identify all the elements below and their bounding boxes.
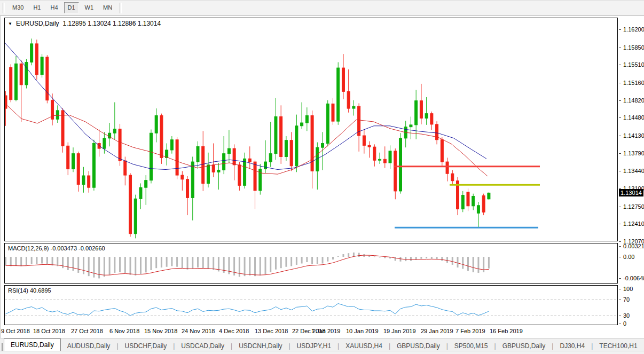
price-axis[interactable]: 1.13014 1.162001.158501.155101.151601.14… xyxy=(619,16,644,338)
rsi-axis-label-tick xyxy=(619,316,621,316)
price-axis-label: 1.14130 xyxy=(623,132,644,139)
rsi-canvas[interactable] xyxy=(5,286,616,324)
tab-sp500-m15[interactable]: SP500,M15 xyxy=(448,340,494,351)
price-axis-label-tick xyxy=(619,171,621,171)
rsi-axis-label: 100 xyxy=(623,286,633,292)
tab-usdchf-daily[interactable]: USDCHF,Daily xyxy=(119,340,174,351)
price-axis-label: 1.15850 xyxy=(623,44,644,51)
date-axis-label: 9 Oct 2018 xyxy=(1,328,30,334)
macd-axis-label-tick xyxy=(619,278,621,279)
price-axis-label-tick xyxy=(619,29,621,30)
date-axis-label: 29 Jan 2019 xyxy=(421,328,453,334)
tab-audusd-daily[interactable]: AUDUSD,Daily xyxy=(61,340,117,351)
date-axis-label: 24 Nov 2018 xyxy=(182,328,215,334)
price-axis-label: 1.14820 xyxy=(623,97,644,104)
price-axis-label-tick xyxy=(619,207,621,207)
tab-usdcnh-daily[interactable]: USDCNH,Daily xyxy=(232,340,288,351)
price-axis-label: 1.15160 xyxy=(623,80,644,86)
price-axis-label: 1.12750 xyxy=(623,203,644,210)
macd-axis-label: -0.006485 xyxy=(623,275,644,281)
tab-gbpusd-daily[interactable]: GBPUSD,Daily xyxy=(390,340,446,351)
tab-gbpusd-daily[interactable]: GBPUSD,Daily xyxy=(496,340,552,351)
tf-button-MN[interactable]: MN xyxy=(99,2,116,13)
main-chart-canvas[interactable] xyxy=(5,18,616,240)
rsi-axis-label: 30 xyxy=(623,312,630,319)
price-axis-label: 1.13100 xyxy=(623,185,644,192)
date-axis-label: 18 Oct 2018 xyxy=(33,328,65,334)
macd-axis-label: 0.003216 xyxy=(623,243,644,249)
toolbar-groove xyxy=(3,3,5,13)
price-axis-label: 1.12410 xyxy=(623,221,644,227)
chart-ohlc-values: 1.12895 1.13024 1.12886 1.13014 xyxy=(63,20,161,27)
tab-xauusd-h4[interactable]: XAUUSD,H4 xyxy=(339,340,389,351)
date-axis[interactable]: 9 Oct 201818 Oct 201827 Oct 20186 Nov 20… xyxy=(0,326,618,337)
rsi-axis-label-tick xyxy=(619,324,621,324)
price-axis-label-tick xyxy=(619,188,621,189)
date-axis-label: 27 Oct 2018 xyxy=(71,328,103,334)
date-axis-label: 4 Dec 2018 xyxy=(219,328,249,334)
date-axis-label: 16 Feb 2019 xyxy=(490,328,523,334)
price-axis-label-tick xyxy=(619,83,621,83)
macd-axis-label-tick xyxy=(619,257,621,257)
tab-usdjpy-h1[interactable]: USDJPY,H1 xyxy=(290,340,337,351)
chart-menu-icon[interactable]: ▼ xyxy=(8,21,12,26)
chart-tab-bar: EURUSD,DailyAUDUSD,Daily|USDCHF,Daily|US… xyxy=(0,338,644,351)
macd-axis-label-tick xyxy=(619,246,621,247)
price-axis-label: 1.13440 xyxy=(623,168,644,174)
tf-button-M30[interactable]: M30 xyxy=(9,2,27,13)
date-axis-label: 10 Jan 2019 xyxy=(346,328,379,334)
chart-symbol-period: EURUSD,Daily xyxy=(16,20,59,27)
date-axis-label: 15 Nov 2018 xyxy=(144,328,177,334)
date-axis-label: 6 Nov 2018 xyxy=(109,328,139,334)
price-axis-label: 1.13790 xyxy=(623,150,644,156)
date-axis-label: 13 Dec 2018 xyxy=(255,328,288,334)
macd-axis-label: 0.00 xyxy=(623,254,634,260)
macd-label: MACD(12,26,9) -0.003473 -0.002660 xyxy=(8,245,105,251)
price-axis-label-tick xyxy=(619,136,621,136)
tab-tech100-h1[interactable]: TECH100,H1 xyxy=(593,340,643,351)
date-axis-label: 1 Jan 2019 xyxy=(311,328,340,334)
tab-eurusd-daily[interactable]: EURUSD,Daily xyxy=(4,339,61,351)
price-axis-label-tick xyxy=(619,153,621,154)
price-axis-label-tick xyxy=(619,48,621,48)
price-axis-label-tick xyxy=(619,241,621,242)
rsi-axis-label: 70 xyxy=(623,296,630,303)
tf-button-H4[interactable]: H4 xyxy=(46,2,61,13)
price-axis-label: 1.15510 xyxy=(623,61,644,68)
status-bar xyxy=(0,351,644,354)
price-axis-label-tick xyxy=(619,224,621,224)
main-chart-panel[interactable]: ▼ EURUSD,Daily 1.12895 1.13024 1.12886 1… xyxy=(4,18,618,241)
price-axis-label: 1.14480 xyxy=(623,114,644,121)
rsi-axis-label-tick xyxy=(619,300,621,300)
rsi-label: RSI(14) 40.6895 xyxy=(8,287,51,294)
rsi-axis-label-tick xyxy=(619,289,621,289)
tab-dj30-h4[interactable]: DJ30,H4 xyxy=(553,340,591,351)
price-axis-label-tick xyxy=(619,100,621,101)
price-axis-label-tick xyxy=(619,117,621,118)
macd-indicator-panel[interactable]: MACD(12,26,9) -0.003473 -0.002660 xyxy=(4,243,618,284)
tf-button-H1[interactable]: H1 xyxy=(29,2,44,13)
rsi-axis-label: 0 xyxy=(623,320,626,327)
chart-title: ▼ EURUSD,Daily 1.12895 1.13024 1.12886 1… xyxy=(8,20,161,27)
tf-button-D1[interactable]: D1 xyxy=(64,2,79,13)
toolbar-groove xyxy=(120,3,122,13)
price-axis-label-tick xyxy=(619,65,621,65)
window-left-border xyxy=(1,16,1,350)
date-axis-label: 7 Feb 2019 xyxy=(455,328,485,334)
tab-usdcad-daily[interactable]: USDCAD,Daily xyxy=(175,340,231,351)
price-axis-label: 1.16200 xyxy=(623,26,644,33)
date-axis-label: 19 Jan 2019 xyxy=(383,328,416,334)
timeframe-toolbar: M30H1H4D1W1MN xyxy=(0,0,644,16)
rsi-indicator-panel[interactable]: RSI(14) 40.6895 xyxy=(4,285,618,325)
tf-button-W1[interactable]: W1 xyxy=(81,2,98,13)
